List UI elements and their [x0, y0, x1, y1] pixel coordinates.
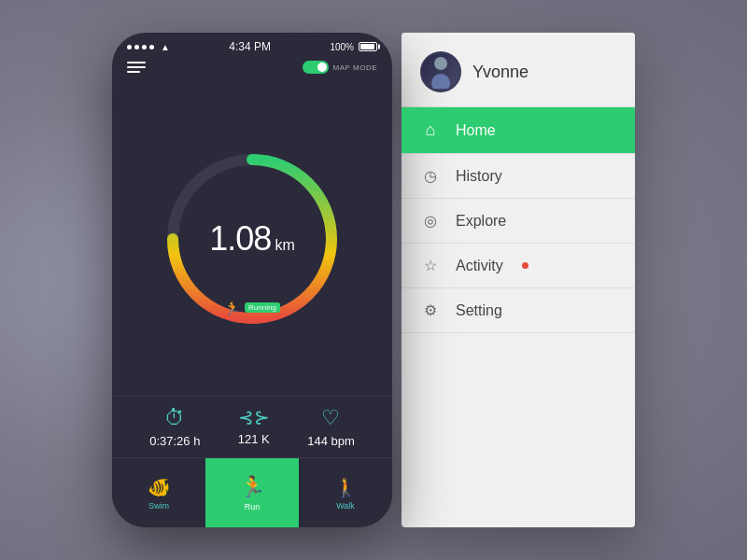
avatar-svg: [427, 55, 455, 89]
nav-explore-label: Explore: [456, 213, 506, 230]
dot-4: [149, 45, 154, 49]
menu-line-mid: [127, 66, 146, 68]
signal-dots: ▲: [127, 42, 170, 52]
nav-setting[interactable]: ⚙ Setting: [402, 288, 635, 332]
svg-point-3: [431, 74, 450, 89]
heart-icon: ♡: [321, 406, 340, 430]
dot-1: [127, 45, 132, 49]
map-mode-toggle[interactable]: [303, 61, 329, 74]
nav-explore[interactable]: ◎ Explore: [402, 199, 635, 243]
stat-pace: ⊰⊱ 121 K: [238, 406, 270, 448]
phone-screen: ▲ 4:34 PM 100% MAP MODE: [112, 33, 392, 527]
nav-activity[interactable]: ☆ Activity: [402, 244, 635, 287]
nav-history-label: History: [456, 168, 502, 185]
tab-swim-label: Swim: [148, 501, 169, 511]
walk-icon: 🚶: [334, 476, 358, 498]
username: Yvonne: [472, 63, 529, 82]
status-time: 4:34 PM: [229, 40, 271, 53]
nav-items: ⌂ Home ◷ History ◎ Explore ☆ Activity: [402, 107, 635, 527]
tab-swim[interactable]: 🐠 Swim: [112, 458, 205, 527]
wifi-icon: ▲: [161, 42, 170, 52]
hamburger-menu-button[interactable]: [127, 62, 146, 73]
time-icon: ⏱: [164, 406, 185, 430]
app-container: ▲ 4:34 PM 100% MAP MODE: [112, 33, 635, 527]
stats-section: ⏱ 0:37:26 h ⊰⊱ 121 K ♡ 144 bpm: [112, 396, 392, 457]
nav-history[interactable]: ◷ History: [402, 154, 635, 198]
battery-section: 100%: [330, 42, 377, 52]
activity-icon: ☆: [420, 257, 441, 274]
explore-icon: ◎: [420, 212, 441, 230]
map-mode-label: MAP MODE: [333, 63, 377, 72]
stat-heart: ♡ 144 bpm: [307, 406, 355, 448]
menu-line-bot: [127, 71, 140, 73]
tab-bar: 🐠 Swim 🏃 Run 🚶 Walk: [112, 457, 392, 527]
nav-home-label: Home: [456, 122, 496, 139]
map-mode-section: MAP MODE: [303, 61, 377, 74]
run-icon: 🏃: [240, 475, 265, 499]
heart-value: 144 bpm: [307, 434, 355, 448]
user-section: Yvonne: [402, 33, 635, 106]
swim-icon: 🐠: [148, 476, 171, 498]
nav-activity-label: Activity: [456, 258, 503, 274]
gauge-section: 1.08 km 🏃 Running: [112, 81, 392, 396]
avatar: [420, 51, 461, 92]
stat-time: ⏱ 0:37:26 h: [149, 406, 200, 448]
tab-walk[interactable]: 🚶 Walk: [299, 458, 392, 527]
dot-3: [142, 45, 147, 49]
toggle-knob: [317, 63, 327, 72]
nav-home[interactable]: ⌂ Home: [402, 107, 635, 153]
runner-icon: 🏃: [224, 301, 240, 315]
battery-percent: 100%: [330, 42, 354, 52]
nav-setting-label: Setting: [456, 302, 502, 319]
menu-panel: Yvonne ⌂ Home ◷ History ◎ Explore ☆ A: [402, 33, 635, 527]
distance-unit: km: [275, 237, 294, 254]
gauge-container: 1.08 km 🏃 Running: [159, 146, 345, 332]
phone-header: MAP MODE: [112, 57, 392, 81]
tab-run[interactable]: 🏃 Run: [205, 458, 299, 527]
time-value: 0:37:26 h: [149, 434, 200, 448]
battery-icon: [359, 42, 377, 51]
avatar-image: [422, 53, 459, 91]
divider-5: [402, 332, 635, 333]
runner-indicator: 🏃 Running: [224, 301, 280, 315]
pace-value: 121 K: [238, 432, 270, 446]
distance-value: 1.08: [209, 219, 271, 259]
running-label: Running: [245, 302, 280, 313]
setting-icon: ⚙: [420, 301, 441, 319]
activity-badge: [522, 262, 529, 269]
history-icon: ◷: [420, 167, 441, 185]
svg-point-2: [434, 57, 447, 70]
home-icon: ⌂: [420, 120, 441, 140]
status-bar: ▲ 4:34 PM 100%: [112, 33, 392, 57]
dot-2: [134, 45, 139, 49]
tab-run-label: Run: [245, 502, 261, 511]
tab-walk-label: Walk: [336, 501, 355, 511]
pace-icon: ⊰⊱: [238, 406, 270, 428]
menu-line-top: [127, 62, 146, 63]
